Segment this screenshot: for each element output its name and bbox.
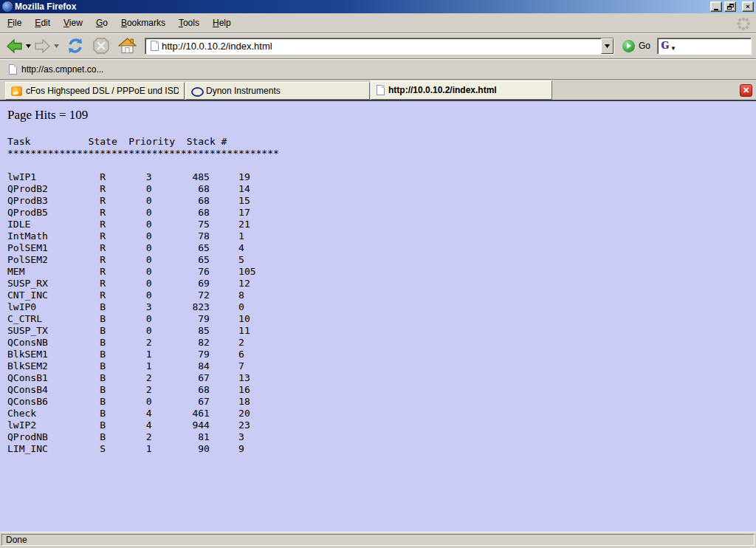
home-button[interactable] bbox=[117, 35, 138, 56]
back-arrow-icon bbox=[6, 38, 23, 55]
tab-label: cFos Highspeed DSL / PPPoE und ISDN CAP.… bbox=[26, 86, 179, 96]
bookmark-label: http://as.cmpnet.co... bbox=[21, 64, 103, 75]
tab-2[interactable]: Dynon Instruments bbox=[185, 82, 370, 100]
status-text: Done bbox=[1, 534, 755, 546]
url-input[interactable]: http://10.0.10.2/index.html bbox=[162, 41, 601, 52]
page-content: Page Hits = 109 Task State Priority Stac… bbox=[0, 101, 756, 532]
stop-icon bbox=[92, 37, 110, 55]
navigation-toolbar: http://10.0.10.2/index.html Go G ▼ bbox=[0, 33, 756, 59]
dynon-favicon-icon bbox=[191, 86, 202, 95]
bookmarks-toolbar: http://as.cmpnet.co... bbox=[0, 59, 756, 80]
close-tab-button[interactable]: ✕ bbox=[740, 84, 752, 97]
tab-1[interactable]: cFos Highspeed DSL / PPPoE und ISDN CAP.… bbox=[5, 82, 185, 100]
close-button[interactable]: × bbox=[742, 1, 754, 12]
restore-button[interactable] bbox=[724, 1, 736, 12]
page-icon bbox=[151, 41, 159, 51]
cfos-favicon-icon bbox=[11, 86, 22, 96]
firefox-logo-icon bbox=[2, 1, 13, 12]
close-icon: × bbox=[746, 4, 749, 10]
menu-item-bookmarks[interactable]: Bookmarks bbox=[114, 14, 172, 32]
menu-bar-items: FileEditViewGoBookmarksToolsHelp bbox=[1, 14, 238, 32]
page-icon bbox=[377, 85, 385, 95]
tab-label: Dynon Instruments bbox=[206, 86, 281, 96]
minimize-button[interactable] bbox=[710, 1, 722, 12]
go-label: Go bbox=[639, 41, 650, 51]
throbber-icon bbox=[737, 17, 750, 30]
page-hits-text: Page Hits = 109 bbox=[7, 108, 756, 123]
chevron-down-icon bbox=[26, 44, 31, 48]
back-button[interactable] bbox=[4, 36, 24, 56]
forward-arrow-icon bbox=[34, 38, 51, 55]
menu-item-file[interactable]: File bbox=[1, 14, 28, 32]
menu-item-go[interactable]: Go bbox=[89, 14, 114, 32]
tab-label: http://10.0.10.2/index.html bbox=[388, 85, 497, 95]
tab-3[interactable]: http://10.0.10.2/index.html bbox=[371, 81, 552, 100]
page-icon bbox=[9, 64, 17, 75]
reload-button[interactable] bbox=[65, 35, 86, 56]
reload-icon bbox=[66, 37, 84, 55]
go-play-icon bbox=[627, 43, 631, 49]
status-bar: Done bbox=[0, 532, 756, 548]
forward-button[interactable] bbox=[32, 36, 52, 56]
task-table: Task State Priority Stack # ************… bbox=[7, 136, 756, 455]
menu-item-edit[interactable]: Edit bbox=[28, 14, 57, 32]
menu-item-help[interactable]: Help bbox=[206, 14, 238, 32]
bookmark-item[interactable]: http://as.cmpnet.co... bbox=[6, 62, 106, 77]
back-dropdown[interactable] bbox=[25, 38, 32, 54]
browser-window: Mozilla Firefox × FileEditViewGoBookmark… bbox=[0, 0, 756, 548]
home-icon bbox=[118, 37, 137, 55]
stop-button[interactable] bbox=[91, 35, 111, 56]
window-title: Mozilla Firefox bbox=[15, 1, 708, 12]
tabs-container: cFos Highspeed DSL / PPPoE und ISDN CAP.… bbox=[5, 81, 753, 100]
search-engine-dropdown[interactable]: ▼ bbox=[670, 45, 676, 52]
chevron-down-icon bbox=[54, 44, 59, 48]
restore-icon bbox=[727, 4, 734, 10]
menu-item-view[interactable]: View bbox=[57, 14, 89, 32]
go-button[interactable] bbox=[622, 40, 635, 52]
search-input[interactable]: G ▼ bbox=[657, 38, 752, 55]
tab-bar: cFos Highspeed DSL / PPPoE und ISDN CAP.… bbox=[0, 80, 756, 101]
chevron-down-icon bbox=[605, 44, 610, 48]
menu-item-tools[interactable]: Tools bbox=[172, 14, 206, 32]
url-dropdown-button[interactable] bbox=[601, 38, 614, 54]
url-bar[interactable]: http://10.0.10.2/index.html bbox=[145, 38, 614, 55]
google-g-icon: G bbox=[661, 41, 669, 51]
title-bar: Mozilla Firefox × bbox=[0, 0, 756, 13]
forward-dropdown[interactable] bbox=[53, 38, 60, 54]
menu-bar: FileEditViewGoBookmarksToolsHelp bbox=[0, 13, 756, 33]
